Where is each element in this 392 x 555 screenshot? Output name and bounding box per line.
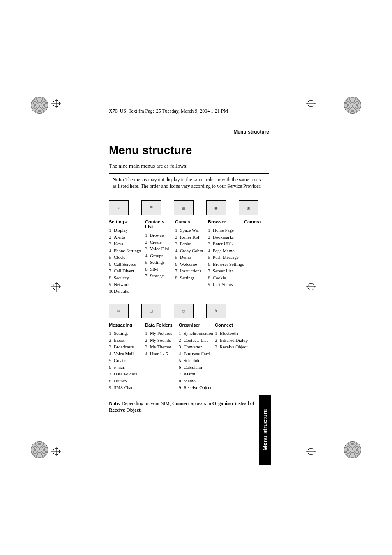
menu-item: 6Calculator — [179, 364, 210, 371]
organiser-icon: ◷ — [174, 304, 194, 318]
running-head: Menu structure — [109, 129, 269, 135]
menu-item: 6SIM — [145, 266, 170, 273]
menu-item: 10Defaults — [109, 288, 140, 295]
registration-mark — [306, 99, 316, 108]
camera-icon: ▣ — [239, 200, 258, 215]
registration-mark — [51, 447, 61, 456]
menu-title: Browser — [208, 219, 239, 224]
note-label: Note: — [113, 177, 124, 182]
menu-item: 8Memo — [179, 378, 210, 385]
menu-item: 6e-mail — [109, 364, 140, 371]
page-number: 25 — [263, 448, 269, 454]
menu-item: 3Enter URL — [208, 240, 239, 247]
note-label: Note: — [109, 401, 120, 406]
menu-item: 2Create — [145, 239, 170, 246]
menu-item: 2Roller Kid — [175, 234, 203, 241]
menu-title: Messaging — [109, 322, 140, 327]
menu-col-browser: Browser 1Home Page2Bookmarks3Enter URL4P… — [208, 219, 239, 295]
registration-mark — [306, 282, 316, 292]
note-body: The menus may not display in the same or… — [113, 177, 261, 189]
menu-item: 3Converter — [179, 343, 210, 350]
menu-item: 1Home Page — [208, 227, 239, 234]
prepress-circle-tr — [344, 97, 361, 114]
menu-item: 9Last Status — [208, 281, 239, 288]
menu-item: 5Clock — [109, 254, 140, 261]
menu-col-datafolders: Data Folders 1My Pictures2My Sounds3My T… — [145, 322, 174, 391]
datafolders-icon: ▢ — [141, 304, 161, 318]
menu-item: 3Voice Dial — [145, 245, 170, 252]
prepress-circle-tl — [31, 97, 48, 114]
side-tab-label: Menu structure — [262, 409, 268, 450]
menu-item: 7Alarm — [179, 371, 210, 378]
menu-item: 1Bluetooth — [215, 330, 246, 337]
menu-col-messaging: Messaging 1Settings2Inbox3Broadcasts4Voi… — [109, 322, 140, 391]
rule-top — [109, 106, 269, 106]
menu-item: 6Call Service — [109, 261, 140, 268]
note-box-2: Note: Depending on your SIM, Connect app… — [109, 400, 269, 413]
menu-item: 9Receive Object — [179, 384, 210, 391]
menu-item: 7Data Folders — [109, 371, 140, 378]
menu-title: Data Folders — [145, 322, 174, 327]
menu-title: Connect — [215, 322, 246, 327]
menu-item: 8Outbox — [109, 378, 140, 385]
menu-title: Contacts List — [145, 219, 170, 229]
menu-item: 4Crazy Cobra — [175, 247, 203, 254]
menu-title: Camera — [244, 219, 269, 224]
menu-item: 6Welcome — [175, 261, 203, 268]
menu-item: 4Groups — [145, 252, 170, 259]
menu-item: 1Space War — [175, 227, 203, 234]
menu-col-camera: Camera — [244, 219, 269, 295]
menu-item: 2My Sounds — [145, 337, 174, 344]
menu-item: 1Synchronization — [179, 330, 210, 337]
page-body: X70_US_Text.fm Page 25 Tuesday, March 9,… — [109, 106, 269, 421]
note-text: appears in — [190, 401, 212, 406]
menu-item: 9SMS Chat — [109, 384, 140, 391]
menu-item: 5Demo — [175, 254, 203, 261]
menu-item: 7Instructions — [175, 267, 203, 274]
registration-mark — [306, 447, 316, 456]
settings-icon: ♪ — [109, 200, 129, 215]
menu-item: 5Push Message — [208, 254, 239, 261]
menu-item: 1Display — [109, 227, 140, 234]
games-icon: ▦ — [174, 200, 194, 215]
icon-row-1: ♪ ☰ ▦ ◉ ▣ — [109, 200, 269, 215]
frame-header: X70_US_Text.fm Page 25 Tuesday, March 9,… — [109, 108, 269, 114]
prepress-circle-bl — [31, 441, 48, 458]
menu-col-organiser: Organiser 1Synchronization2Contacts List… — [179, 322, 210, 391]
menu-item: 6Browser Settings — [208, 261, 239, 268]
menu-item: 7Server List — [208, 267, 239, 274]
prepress-circle-br — [344, 441, 361, 458]
menu-col-games: Games 1Space War2Roller Kid3Panko4Crazy … — [175, 219, 203, 295]
menu-title: Games — [175, 219, 203, 224]
menu-item: 1My Pictures — [145, 330, 174, 337]
browser-icon: ◉ — [206, 200, 226, 215]
note-text: instead of — [234, 401, 254, 406]
menu-item: 5Create — [109, 357, 140, 364]
menu-item: 7Storage — [145, 272, 170, 279]
registration-mark — [51, 282, 61, 292]
menu-item: 3My Themes — [145, 343, 174, 350]
messaging-icon: ✉ — [109, 304, 129, 318]
intro-text: The nine main menus are as follows: — [109, 163, 269, 169]
menu-item: 2Alerts — [109, 234, 140, 241]
menu-title: Organiser — [179, 322, 210, 327]
menu-item: 4Voice Mail — [109, 350, 140, 357]
menu-item: 9Network — [109, 281, 140, 288]
menu-grid-1: Settings 1Display2Alerts3Keys4Phone Sett… — [109, 219, 269, 295]
menu-item: 4User 1 - 5 — [145, 350, 174, 357]
menu-item: 2Infrared Dialup — [215, 337, 246, 344]
menu-col-connect: Connect 1Bluetooth2Infrared Dialup3Recei… — [215, 322, 246, 391]
menu-item: 8Cookie — [208, 274, 239, 281]
page-title: Menu structure — [109, 144, 269, 157]
note-bold: Organiser — [212, 401, 234, 406]
menu-item: 4Phone Settings — [109, 247, 140, 254]
note-text: Depending on your SIM, — [122, 401, 172, 406]
note-bold: Connect — [172, 401, 190, 406]
menu-item: 3Keys — [109, 240, 140, 247]
menu-item: 8Settings — [175, 274, 203, 281]
menu-item: 3Panko — [175, 240, 203, 247]
menu-item: 2Inbox — [109, 337, 140, 344]
icon-row-2: ✉ ▢ ◷ ↯ — [109, 304, 269, 318]
menu-item: 5Settings — [145, 259, 170, 266]
menu-item: 8Security — [109, 274, 140, 281]
